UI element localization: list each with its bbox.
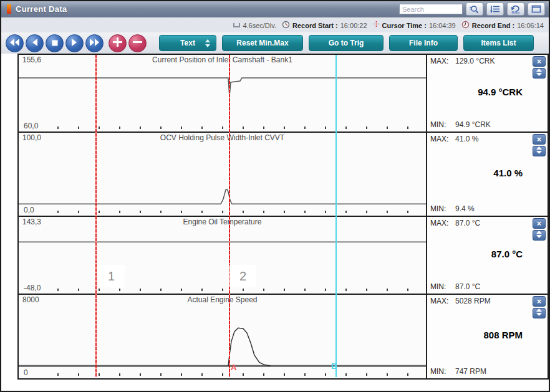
max-value: 129.0 °CRK: [455, 57, 495, 65]
max-label: MAX:: [430, 57, 455, 65]
close-channel-button[interactable]: ×: [533, 218, 546, 229]
graph-area: 155,6 Current Position of Inlet Camshaft…: [17, 54, 549, 380]
channel-info-engine-speed: MAX:5028 RPM × 808 RPM MIN:747 RPM: [426, 295, 548, 378]
waveform: [19, 217, 426, 294]
minus-icon: [133, 37, 142, 49]
graph-plot-ocv-pulse[interactable]: 100,0 OCV Holding Pulse Width-Inlet CVVT…: [19, 133, 426, 216]
current-value: 87.0 °C: [491, 249, 523, 259]
window-title: Current Data: [16, 4, 67, 14]
plus-icon: [113, 37, 122, 49]
stop-icon: [52, 39, 58, 48]
up-down-icon: [536, 69, 542, 78]
title-bar: Current Data: [1, 1, 549, 17]
close-channel-button[interactable]: ×: [533, 56, 546, 67]
close-channel-button[interactable]: ×: [533, 134, 546, 145]
waveform: [19, 295, 426, 378]
retry-button[interactable]: Retry: [507, 2, 524, 16]
reorder-channel-button[interactable]: [533, 230, 546, 241]
time-ticks: [57, 127, 421, 129]
stop-button[interactable]: [46, 34, 64, 52]
rewind-button[interactable]: [6, 34, 24, 52]
min-label: MIN:: [430, 120, 455, 129]
waveform: [19, 55, 426, 131]
reorder-channel-button[interactable]: [533, 308, 546, 318]
graph-plot-oil-temp[interactable]: 143,3 Engine Oil Temperature -48,0: [19, 217, 426, 294]
fast-forward-icon: [89, 38, 100, 49]
item-list-button[interactable]: [486, 2, 504, 16]
zoom-out-button[interactable]: [128, 34, 147, 52]
go-to-trig-button[interactable]: Go to Trig: [309, 35, 384, 51]
time-ticks: [57, 211, 421, 213]
channel-panel-engine-speed: 8000 Actual Engine Speed 0 MAX:5028 RPM …: [19, 294, 548, 378]
record-end-label: Record End :: [472, 22, 514, 29]
up-down-icon: [536, 308, 542, 318]
play-button[interactable]: [65, 34, 84, 52]
svg-text:Retry: Retry: [511, 11, 519, 14]
window-icon: [531, 5, 541, 13]
scale-min-label: -48,0: [24, 284, 41, 292]
current-data-window: Current Data: [0, 0, 550, 392]
accent-bar-icon: [7, 4, 11, 14]
up-down-icon: [536, 146, 542, 156]
step-back-button[interactable]: [26, 34, 44, 52]
reorder-channel-button[interactable]: [533, 68, 546, 79]
reset-minmax-button[interactable]: Reset Min.Max: [222, 35, 303, 51]
graph-plot-camshaft-position[interactable]: 155,6 Current Position of Inlet Camshaft…: [19, 55, 426, 131]
time-ticks: [57, 289, 421, 291]
window-mode-button[interactable]: [528, 2, 545, 16]
channel-info-camshaft-position: MAX:129.0 °CRK × 94.9 °CRK MIN:94.9 °CRK: [426, 55, 548, 131]
channel-title: Current Position of Inlet Camshaft - Ban…: [19, 55, 426, 64]
current-value: 808 RPM: [483, 330, 523, 340]
playback-toolbar: Text Reset Min.Max Go to Trig File Info …: [1, 32, 549, 54]
channel-info-oil-temp: MAX:87.0 °C × 87.0 °C MIN:87.0 °C: [426, 217, 548, 294]
time-division-value: 4.6sec/Div.: [243, 22, 276, 29]
channel-title: Actual Engine Speed: [19, 295, 426, 304]
record-end-value: 16:06:14: [517, 22, 544, 29]
up-down-icon: [536, 231, 542, 240]
time-division-icon: [233, 23, 240, 27]
cursor-time-label: Cursor Time :: [382, 22, 427, 29]
fast-forward-button[interactable]: [85, 34, 104, 52]
channel-info-ocv-pulse: MAX:41.0 % × 41.0 % MIN:9.4 %: [426, 133, 548, 216]
min-label: MIN:: [430, 204, 455, 213]
search-button[interactable]: [466, 2, 483, 16]
max-value: 5028 RPM: [455, 297, 491, 305]
play-icon: [71, 38, 78, 49]
zoom-in-button[interactable]: [109, 34, 127, 52]
file-info-button[interactable]: File Info: [389, 35, 458, 51]
min-value: 747 RPM: [455, 367, 486, 376]
list-icon: [490, 5, 500, 14]
current-value: 41.0 %: [493, 167, 523, 178]
min-value: 87.0 °C: [455, 282, 480, 291]
back-icon: [31, 38, 38, 49]
max-value: 87.0 °C: [455, 219, 480, 227]
rewind-icon: [9, 38, 20, 49]
cursor-line-2[interactable]: [229, 55, 230, 377]
search-input[interactable]: [399, 4, 463, 14]
graph-plot-engine-speed[interactable]: 8000 Actual Engine Speed 0: [19, 295, 426, 378]
items-list-button[interactable]: Items List: [463, 35, 534, 51]
view-mode-value: Text: [180, 39, 195, 47]
max-label: MAX:: [430, 135, 455, 143]
min-label: MIN:: [430, 282, 455, 291]
record-info-bar: 4.6sec/Div. Record Start : 16:00:22: [1, 17, 549, 32]
close-channel-button[interactable]: ×: [533, 296, 546, 307]
bottom-strip: [1, 380, 549, 386]
scale-min-label: 0: [24, 368, 28, 377]
time-ticks: [57, 373, 421, 376]
record-start-value: 16:00:22: [340, 22, 367, 29]
channel-panel-camshaft-position: 155,6 Current Position of Inlet Camshaft…: [19, 55, 548, 131]
scale-min-label: 60,0: [24, 122, 38, 130]
reorder-channel-button[interactable]: [533, 146, 546, 156]
view-mode-select[interactable]: Text: [159, 35, 216, 51]
cursor-time-value: 16:04:39: [429, 22, 456, 29]
search-icon: [469, 5, 480, 14]
cursor-marker-icon: [373, 21, 380, 30]
max-value: 41.0 %: [455, 135, 478, 143]
scale-min-label: 0,0: [24, 206, 34, 214]
channel-panel-ocv-pulse: 100,0 OCV Holding Pulse Width-Inlet CVVT…: [19, 131, 548, 216]
clock-icon: [282, 21, 290, 30]
max-label: MAX:: [430, 219, 455, 227]
cursor-line-b[interactable]: [335, 55, 337, 377]
cursor-line-1[interactable]: [95, 55, 97, 377]
